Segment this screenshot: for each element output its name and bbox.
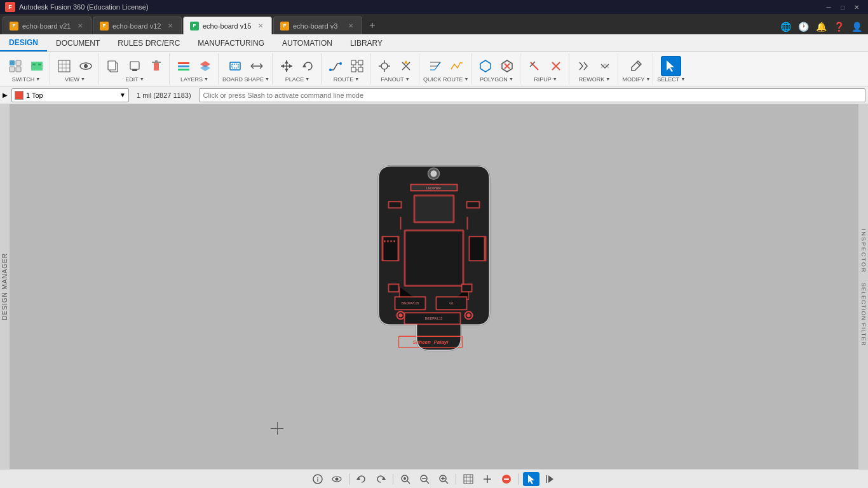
quick-route-button-2[interactable] [447, 56, 467, 76]
svg-rect-18 [154, 63, 159, 71]
undo-button[interactable] [353, 472, 370, 486]
pcb-board-container: LED/PWR [366, 159, 503, 390]
toolbar-group-switch: SWITCH▼ [3, 53, 50, 85]
stop-button[interactable] [498, 472, 515, 486]
tab-echo-board-v3[interactable]: F echo-board v3 ✕ [273, 17, 362, 34]
right-panel: INSPECTOR SELECTION FILTER [858, 104, 868, 469]
ripup-label[interactable]: RIPUP▼ [534, 76, 557, 83]
toolbar-group-route: ROUTE▼ [323, 53, 370, 85]
tab-close-v3[interactable]: ✕ [346, 22, 355, 30]
crosshair-cursor [271, 422, 283, 435]
board-shape-label[interactable]: BOARD SHAPE▼ [222, 76, 269, 83]
globe-icon-btn[interactable]: 🌐 [778, 19, 793, 34]
coordinate-display: 1 mil (2827 1183) [133, 92, 195, 99]
zoom-in-button[interactable] [435, 472, 452, 486]
tab-echo-board-v15[interactable]: F echo-board v15 ✕ [183, 17, 272, 34]
redo-button[interactable] [372, 472, 389, 486]
polygon-button-1[interactable] [475, 56, 496, 76]
board-shape-button-1[interactable] [225, 56, 245, 76]
select-button[interactable] [661, 56, 681, 76]
layerbar: ▶ 1 Top ▼ 1 mil (2827 1183) [0, 86, 868, 104]
rework-label[interactable]: REWORK▼ [579, 76, 610, 83]
tab-echo-board-v21[interactable]: F echo-board v21 ✕ [3, 17, 92, 34]
svg-rect-42 [351, 60, 356, 65]
view-eye-button[interactable] [76, 56, 96, 76]
modify-button[interactable] [626, 56, 646, 76]
menu-tab-automation[interactable]: AUTOMATION [273, 34, 341, 51]
close-button[interactable]: ✕ [850, 2, 863, 12]
add-tab-button[interactable]: + [363, 17, 381, 34]
switch-label[interactable]: SWITCH▼ [12, 76, 40, 83]
grid-toggle-button[interactable] [460, 472, 477, 486]
view-grid-button[interactable] [54, 56, 74, 76]
command-input[interactable] [199, 88, 865, 102]
menu-tab-design[interactable]: DESIGN [0, 34, 47, 51]
edit-label[interactable]: EDIT▼ [125, 76, 144, 83]
menu-tab-rules[interactable]: RULES DRC/ERC [109, 34, 189, 51]
polygon-button-2[interactable] [497, 56, 517, 76]
svg-point-40 [329, 69, 332, 71]
switch-view-button[interactable] [5, 56, 25, 76]
toolbar-group-modify: MODIFY▼ [620, 53, 653, 85]
ripup-button-1[interactable] [524, 56, 545, 76]
layer-expand-btn[interactable]: ▶ [3, 92, 8, 98]
help-icon-btn[interactable]: ❓ [831, 19, 846, 34]
minimize-button[interactable]: ─ [822, 2, 835, 12]
edit-copy-button[interactable] [103, 56, 123, 76]
menubar: DESIGN DOCUMENT RULES DRC/ERC MANUFACTUR… [0, 34, 868, 52]
place-label[interactable]: PLACE▼ [285, 76, 309, 83]
zoom-fit-button[interactable] [397, 472, 414, 486]
clock-icon-btn[interactable]: 🕐 [796, 19, 811, 34]
fanout-label[interactable]: FANOUT▼ [381, 76, 409, 83]
board-shape-button-2[interactable] [247, 56, 267, 76]
quick-route-button-1[interactable] [425, 56, 445, 76]
layer-selector[interactable]: 1 Top ▼ [11, 88, 129, 102]
layers-label[interactable]: LAYERS▼ [180, 76, 208, 83]
polygon-label[interactable]: POLYGON▼ [480, 76, 513, 83]
route-label[interactable]: ROUTE▼ [334, 76, 359, 83]
tab-close-v15[interactable]: ✕ [256, 22, 265, 30]
place-rotate-button[interactable] [298, 56, 318, 76]
menu-tab-manufacturing[interactable]: MANUFACTURING [189, 34, 273, 51]
view-eye-bottom-button[interactable] [329, 472, 345, 486]
tab-close-v12[interactable]: ✕ [166, 22, 175, 30]
layers-button-1[interactable] [173, 56, 194, 76]
svg-marker-38 [289, 64, 292, 68]
route-wire-button[interactable] [325, 56, 346, 76]
fanout-button-2[interactable] [396, 56, 416, 76]
select-label[interactable]: SELECT▼ [657, 76, 685, 83]
svg-rect-27 [232, 64, 238, 68]
canvas-area[interactable]: LED/PWR [10, 104, 858, 469]
menu-tab-document[interactable]: DOCUMENT [47, 34, 109, 51]
tab-echo-board-v12[interactable]: F echo-board v12 ✕ [93, 17, 182, 34]
profile-icon-btn[interactable]: 👤 [849, 19, 864, 34]
switch-board-button[interactable] [27, 56, 47, 76]
rework-button-2[interactable] [595, 56, 615, 76]
ripup-button-2[interactable] [546, 56, 566, 76]
design-manager-label: DESIGN MANAGER [1, 253, 8, 320]
view-label[interactable]: VIEW▼ [65, 76, 85, 83]
toolbar-group-edit: EDIT▼ [100, 53, 170, 85]
edit-stamp-button[interactable] [125, 56, 145, 76]
route-interactive-button[interactable] [347, 56, 367, 76]
more-options-button[interactable] [542, 472, 559, 486]
info-button[interactable]: i [309, 472, 326, 486]
maximize-button[interactable]: □ [836, 2, 849, 12]
fanout-button-1[interactable] [374, 56, 395, 76]
svg-rect-4 [31, 62, 43, 71]
quick-route-label[interactable]: QUICK ROUTE▼ [423, 76, 468, 83]
add-net-button[interactable] [479, 472, 496, 486]
menu-tab-library[interactable]: LIBRARY [341, 34, 391, 51]
select-mode-button[interactable] [523, 472, 539, 486]
layers-button-2[interactable] [195, 56, 215, 76]
place-move-button[interactable] [276, 56, 297, 76]
bell-icon-btn[interactable]: 🔔 [813, 19, 829, 34]
layer-dropdown-arrow: ▼ [119, 92, 126, 98]
zoom-out-button[interactable] [416, 472, 433, 486]
design-manager-panel[interactable]: DESIGN MANAGER [0, 104, 10, 469]
svg-rect-23 [178, 69, 189, 71]
edit-delete-button[interactable] [146, 56, 166, 76]
modify-label[interactable]: MODIFY▼ [622, 76, 650, 83]
tab-close-v21[interactable]: ✕ [76, 22, 85, 30]
rework-button-1[interactable] [573, 56, 593, 76]
